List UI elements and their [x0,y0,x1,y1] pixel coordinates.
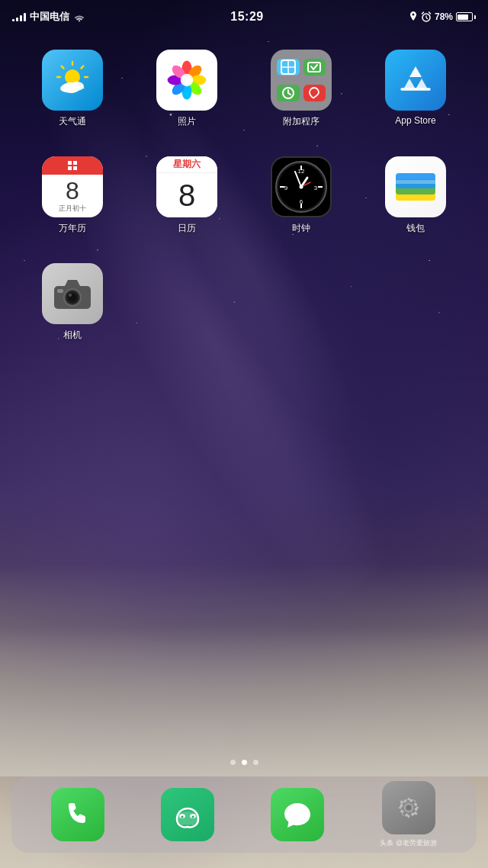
calendar-label: 日历 [178,222,196,235]
svg-point-47 [300,185,303,189]
status-right: 78% [409,11,476,22]
wallet-label: 钱包 [406,222,425,235]
svg-point-60 [181,816,183,818]
page-dot-2 [242,760,247,765]
dock-phone[interactable] [51,788,104,841]
dock: 头条 @老劳爱旅游 [11,776,477,853]
camera-label: 相机 [63,329,82,342]
wannianli-label: 万年历 [59,222,86,235]
app-camera[interactable]: 相机 [15,256,130,362]
svg-rect-32 [68,166,72,170]
app-grid: 天气通 照片 [0,42,488,362]
settings-icon [382,781,435,834]
app-photos[interactable]: 照片 [130,42,244,149]
app-extras[interactable]: 附加程序 [244,42,358,149]
svg-rect-53 [57,289,63,293]
photos-icon [156,50,217,111]
alarm-icon [421,11,432,22]
location-icon [409,11,418,22]
svg-point-12 [60,85,72,92]
app-clock[interactable]: 12 3 6 9 时钟 [244,149,358,256]
battery-percent: 78% [435,11,453,22]
app-calendar[interactable]: 星期六 8 日历 [130,149,244,256]
signal-bars [12,12,26,21]
svg-point-21 [181,74,194,87]
app-appstore[interactable]: App Store [358,42,473,149]
appstore-icon [385,50,446,111]
photos-label: 照片 [178,115,196,128]
wallet-icon [385,156,446,217]
svg-point-61 [191,816,194,818]
tianqitong-label: 天气通 [59,115,86,128]
clock-label: 时钟 [292,222,310,235]
svg-text:3: 3 [314,185,318,191]
svg-point-57 [69,294,72,297]
clock-icon: 12 3 6 9 [271,156,332,217]
svg-line-6 [62,66,64,69]
dock-settings[interactable]: 头条 @老劳爱旅游 [380,781,437,848]
tianqitong-icon [42,50,103,111]
app-tianqitong[interactable]: 天气通 [15,42,130,149]
carrier-label: 中国电信 [30,10,69,24]
svg-line-8 [82,66,84,69]
svg-line-28 [288,93,291,95]
svg-rect-30 [68,161,72,165]
svg-rect-31 [73,161,77,165]
svg-rect-25 [308,63,320,72]
svg-text:12: 12 [298,168,305,175]
mountain [0,563,488,776]
dock-wechat[interactable] [161,788,214,841]
dock-messages[interactable] [271,788,324,841]
camera-icon [42,263,103,324]
wechat-icon [161,788,214,841]
page-dot-1 [230,760,236,765]
status-time: 15:29 [230,10,263,24]
extras-icon [271,50,332,111]
svg-point-65 [406,805,411,811]
status-bar: 中国电信 15:29 78% [0,0,488,34]
wifi-icon [73,12,85,21]
svg-text:9: 9 [284,185,288,191]
app-wannianli[interactable]: 8 正月初十 万年历 [15,149,130,256]
phone-icon [51,788,104,841]
page-dot-3 [253,760,258,765]
svg-rect-51 [396,180,435,184]
svg-text:6: 6 [300,198,303,205]
page-indicator [0,760,488,765]
calendar-icon: 星期六 8 [156,156,217,217]
extras-label: 附加程序 [283,115,319,128]
messages-icon [271,788,324,841]
wannianli-icon: 8 正月初十 [42,156,103,217]
appstore-label: App Store [395,115,435,126]
dock-settings-sublabel: 头条 @老劳爱旅游 [380,838,437,848]
app-wallet[interactable]: 钱包 [358,149,473,256]
battery-indicator [456,12,476,21]
svg-rect-33 [73,166,77,170]
status-left: 中国电信 [12,10,85,24]
